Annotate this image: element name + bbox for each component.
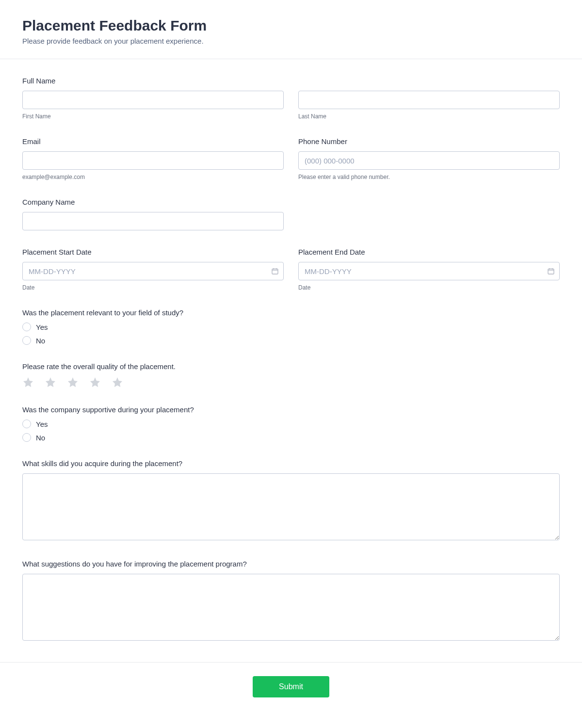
suggestions-textarea[interactable]	[22, 574, 560, 641]
form-title: Placement Feedback Form	[22, 17, 560, 34]
start-date-input[interactable]	[22, 262, 284, 280]
phone-sublabel: Please enter a valid phone number.	[298, 174, 560, 180]
skills-label: What skills did you acquire during the p…	[22, 459, 560, 468]
star-icon[interactable]	[89, 376, 101, 388]
company-label: Company Name	[22, 198, 284, 206]
supportive-no-label: No	[36, 434, 45, 442]
svg-rect-0	[272, 269, 278, 274]
start-date-label: Placement Start Date	[22, 248, 284, 256]
star-icon[interactable]	[45, 376, 56, 388]
calendar-icon	[271, 267, 279, 275]
email-sublabel: example@example.com	[22, 174, 284, 180]
company-input[interactable]	[22, 212, 284, 230]
phone-label: Phone Number	[298, 137, 560, 146]
form-body: Full Name First Name Last Name Email	[0, 59, 582, 662]
end-date-label: Placement End Date	[298, 248, 560, 256]
email-label: Email	[22, 137, 284, 146]
radio-icon	[22, 433, 31, 442]
full-name-label: Full Name	[22, 77, 560, 85]
radio-icon	[22, 336, 31, 345]
end-date-input[interactable]	[298, 262, 560, 280]
submit-button[interactable]: Submit	[253, 676, 329, 697]
end-date-sublabel: Date	[298, 284, 560, 291]
last-name-input[interactable]	[298, 91, 560, 109]
suggestions-label: What suggestions do you have for improvi…	[22, 560, 560, 568]
relevant-label: Was the placement relevant to your field…	[22, 308, 560, 317]
radio-icon	[22, 420, 31, 428]
skills-textarea[interactable]	[22, 473, 560, 540]
quality-label: Please rate the overall quality of the p…	[22, 362, 560, 371]
star-icon[interactable]	[112, 376, 123, 388]
supportive-yes-option[interactable]: Yes	[22, 420, 560, 428]
email-input[interactable]	[22, 151, 284, 170]
form-subtitle: Please provide feedback on your placemen…	[22, 37, 560, 45]
star-icon[interactable]	[67, 376, 79, 388]
star-icon[interactable]	[22, 376, 34, 388]
relevant-yes-option[interactable]: Yes	[22, 323, 560, 331]
supportive-no-option[interactable]: No	[22, 433, 560, 442]
radio-icon	[22, 323, 31, 331]
last-name-sublabel: Last Name	[298, 113, 560, 120]
calendar-icon	[547, 267, 555, 275]
supportive-yes-label: Yes	[36, 420, 48, 428]
svg-rect-4	[548, 269, 554, 274]
relevant-no-label: No	[36, 337, 45, 345]
first-name-input[interactable]	[22, 91, 284, 109]
form-header: Placement Feedback Form Please provide f…	[0, 0, 582, 59]
relevant-no-option[interactable]: No	[22, 336, 560, 345]
form-footer: Submit	[0, 662, 582, 717]
supportive-label: Was the company supportive during your p…	[22, 405, 560, 414]
phone-input[interactable]	[298, 151, 560, 170]
start-date-sublabel: Date	[22, 284, 284, 291]
star-rating	[22, 376, 560, 388]
relevant-yes-label: Yes	[36, 323, 48, 331]
first-name-sublabel: First Name	[22, 113, 284, 120]
